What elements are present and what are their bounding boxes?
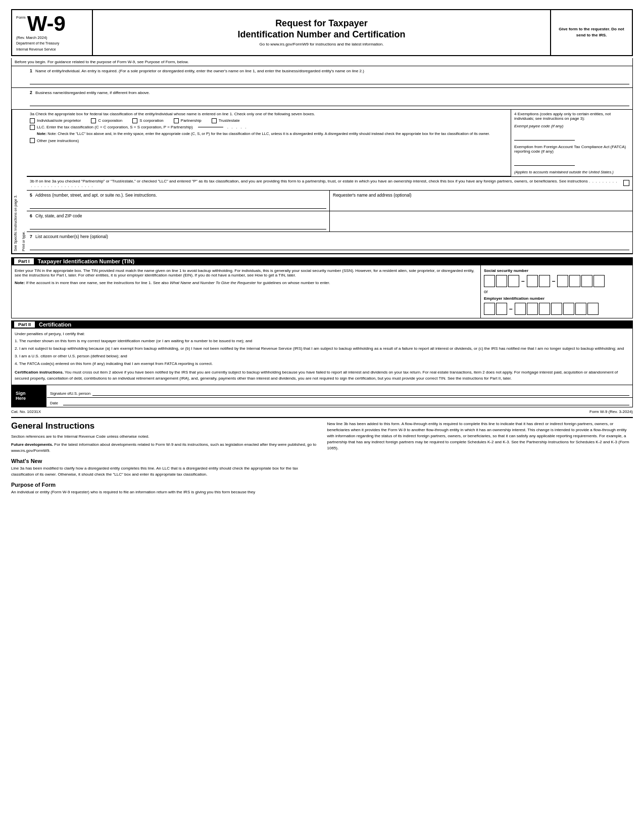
part1-left: Enter your TIN in the appropriate box. T…	[12, 265, 481, 318]
part2-label: Part II	[14, 321, 35, 328]
cat-no: Cat. No. 10231X	[11, 409, 41, 414]
date-line[interactable]	[63, 405, 629, 405]
form-title-main: Request for Taxpayer	[98, 18, 545, 29]
sign-top: Signature of U.S. person	[47, 385, 632, 398]
dept-line2: Internal Revenue Service	[16, 47, 88, 52]
future-dev-para: Future developments. For the latest info…	[11, 442, 317, 454]
here-label-text: Here	[16, 396, 42, 401]
side-label: See Specific Instructions on page 3. Pri…	[12, 110, 27, 253]
checkbox-llc[interactable]	[30, 125, 35, 130]
future-text: For the latest information about develop…	[11, 442, 316, 453]
general-heading: General Instructions	[11, 421, 317, 431]
field-3a-label: 3a Check the appropriate box for federal…	[30, 112, 508, 116]
side-label-see: Print or type.	[21, 112, 26, 251]
checkbox-partnership[interactable]	[174, 118, 179, 123]
ein-cell-2[interactable]	[496, 303, 507, 315]
future-bold: Future developments.	[11, 442, 53, 447]
ein-cell-5[interactable]	[539, 303, 550, 315]
new-line-3b-text: New line 3b has been added to this form.…	[327, 421, 633, 451]
ein-cell-7[interactable]	[563, 303, 574, 315]
cert-instructions-para: Certification instructions. You must cro…	[15, 369, 629, 382]
field-3b-text: 3b If on line 3a you checked "Partnershi…	[30, 179, 588, 183]
checkbox-row-llc: LLC. Enter the tax classification (C = C…	[30, 125, 508, 130]
checkbox-individual[interactable]	[30, 118, 35, 123]
checkbox-row-1: Individual/sole proprietor C corporation…	[30, 118, 508, 123]
signature-line[interactable]	[92, 387, 629, 396]
main-form: 1 Name of entity/individual. An entry is…	[11, 66, 633, 254]
row-3a-container: 3a Check the appropriate box for federal…	[27, 110, 632, 177]
ssn-cell-6[interactable]	[557, 275, 568, 287]
fatca-heading: Exemption from Foreign Account Tax Compl…	[514, 145, 629, 154]
field-7-num: 7	[30, 234, 32, 239]
applies-text: (Applies to accounts maintained outside …	[514, 170, 629, 174]
checkbox-s-corp[interactable]	[132, 118, 137, 123]
field-5-input[interactable]	[30, 199, 326, 209]
field-6-label: City, state, and ZIP code	[35, 213, 82, 218]
form-title-sub: Identification Number and Certification	[98, 29, 545, 40]
field-2-left: 2 Business name/disregarded entity name,…	[12, 88, 632, 109]
cert-item-4: 4. The FATCA code(s) entered on this for…	[15, 361, 629, 367]
ssn-dash-2: –	[551, 277, 557, 285]
ssn-cell-4[interactable]	[527, 275, 538, 287]
form-w9-label: Form W-9	[16, 13, 88, 34]
form-number: W-9	[27, 13, 66, 34]
field-7-input[interactable]	[30, 240, 629, 250]
two-col-layout: General Instructions Section references …	[11, 421, 633, 497]
exempt-payee-input[interactable]	[514, 130, 575, 141]
ein-cell-8[interactable]	[575, 303, 586, 315]
checkbox-other[interactable]	[30, 138, 35, 143]
sign-here-label: Sign Here	[12, 385, 47, 407]
ssn-cell-7[interactable]	[569, 275, 580, 287]
ein-cell-9[interactable]	[587, 303, 599, 315]
ssn-cell-3[interactable]	[508, 275, 519, 287]
field-2-num: 2	[30, 90, 32, 95]
field-2-label: Business name/disregarded entity name, i…	[35, 90, 150, 95]
purpose-heading: Purpose of Form	[11, 482, 317, 488]
part2-title: Certification	[39, 321, 71, 328]
side-content: 3a Check the appropriate box for federal…	[27, 110, 632, 253]
field-1-input[interactable]	[30, 74, 629, 84]
field-6-left: 6 City, state, and ZIP code	[27, 211, 330, 231]
checkbox-trust[interactable]	[212, 118, 217, 123]
give-form-text: Give form to the requester. Do not send …	[555, 26, 628, 38]
ein-cell-4[interactable]	[527, 303, 538, 315]
under-penalties: Under penalties of perjury, I certify th…	[15, 332, 629, 336]
part1-note: Note: If the account is in more than one…	[15, 281, 477, 285]
ein-cell-3[interactable]	[515, 303, 526, 315]
field-5-right: Requester's name and address (optional)	[330, 191, 632, 211]
footer: Cat. No. 10231X Form W-9 (Rev. 3-2024)	[11, 407, 633, 416]
ssn-cell-9[interactable]	[593, 275, 605, 287]
field-6-input[interactable]	[30, 219, 326, 229]
ein-label: Employer identification number	[484, 296, 629, 301]
field-5-num: 5	[30, 193, 32, 198]
ein-cell-6[interactable]	[551, 303, 562, 315]
field-1-label: Name of entity/individual. An entry is r…	[35, 69, 364, 73]
form-header: Form W-9 (Rev. March 2024) Department of…	[11, 9, 633, 56]
ssn-cell-5[interactable]	[539, 275, 550, 287]
ssn-cell-2[interactable]	[496, 275, 507, 287]
field-2-input[interactable]	[30, 96, 629, 106]
before-begin-banner: Before you begin. For guidance related t…	[11, 58, 633, 66]
field-5-label: Address (number, street, and apt. or sui…	[35, 193, 157, 198]
label-trust: Trust/estate	[219, 118, 240, 123]
field-1-num: 1	[30, 68, 32, 73]
ssn-cell-1[interactable]	[484, 275, 495, 287]
field-4-box: 4 Exemptions (codes apply only to certai…	[511, 110, 632, 176]
checkbox-c-corp[interactable]	[91, 118, 96, 123]
label-llc: LLC. Enter the tax classification (C = C…	[37, 125, 193, 129]
checkbox-3b[interactable]	[623, 180, 629, 186]
part1-note-text: If the account is in more than one name,…	[26, 281, 330, 285]
before-begin-text: Before you begin. For guidance related t…	[15, 60, 188, 64]
part2-section: Part II Certification Under penalties of…	[11, 320, 633, 385]
ssn-grid: – –	[484, 275, 629, 287]
ein-cell-1[interactable]	[484, 303, 495, 315]
field-5-left: 5 Address (number, street, and apt. or s…	[27, 191, 330, 211]
cert-instructions-text: You must cross out item 2 above if you h…	[15, 370, 618, 381]
col-left: General Instructions Section references …	[11, 421, 317, 497]
sig-of-label: Signature of	[50, 391, 70, 396]
part1-right: Social security number – – or Employer i…	[481, 265, 632, 318]
fatca-input[interactable]	[514, 156, 575, 166]
form-ref: Form W-9 (Rev. 3-2024)	[589, 409, 633, 414]
dots: . . . . .	[227, 125, 246, 129]
ssn-cell-8[interactable]	[581, 275, 592, 287]
